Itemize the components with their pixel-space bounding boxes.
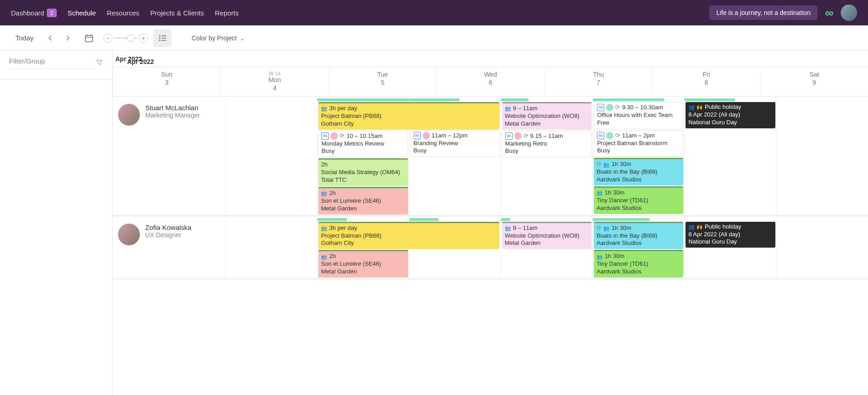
calendar-event[interactable]: 9 – 11am Website Optimization (WO8) Meta… (502, 102, 592, 130)
day-cell[interactable]: ⟳9.30 – 10.30am Office Hours with Exec T… (592, 101, 684, 215)
day-cell[interactable] (776, 101, 868, 215)
day-column-header: W 14Mon4 (221, 67, 329, 96)
calendar-event[interactable]: 1h 30m Tiny Dancer (TD61) Aardvark Studi… (594, 250, 683, 278)
chevron-right-icon (66, 35, 70, 41)
filter-icon[interactable] (96, 59, 103, 68)
chevron-left-icon (48, 35, 52, 41)
nav-reports[interactable]: Reports (215, 9, 239, 17)
day-column-header: Wed6 (436, 67, 544, 96)
capacity-bar (225, 216, 868, 221)
person-avatar (118, 224, 140, 245)
people-icon (603, 225, 610, 231)
calendar-event[interactable]: 2h Social Media Strategy (OM64) Total TT… (318, 158, 408, 186)
zoom-slider[interactable] (114, 38, 137, 39)
today-button[interactable]: Today (11, 31, 38, 44)
person-cell[interactable]: Stuart McLachlan Marketing Manager (113, 97, 225, 216)
calendar-event[interactable]: 3h per day Project Batman (PB68) Gotham … (318, 102, 499, 130)
capacity-bar (225, 97, 868, 101)
filter-input[interactable]: Filter/Group (9, 57, 96, 69)
color-by-label: Color by Project (192, 34, 237, 42)
calendar-icon (84, 34, 94, 43)
people-icon (505, 225, 511, 231)
next-arrow-button[interactable] (62, 32, 74, 44)
calendar-event[interactable]: ⟳10 – 10.15am Monday Metrics Review Busy (318, 131, 408, 158)
list-view-button[interactable] (153, 29, 172, 47)
zoom-out-button[interactable]: − (104, 34, 113, 43)
people-icon (321, 190, 327, 196)
sidebar: Apr 2022 Filter/Group (0, 51, 113, 395)
calendar-event[interactable]: 1h 30m Tiny Dancer (TD61) Aardvark Studi… (594, 186, 683, 214)
month-heading: Apr 2022 (113, 51, 868, 67)
recurring-icon: ⟳ (615, 104, 620, 112)
calendar-event[interactable]: ⟳1h 30m Boats in the Bay (BI89) Aardvark… (594, 158, 683, 185)
calendar-event[interactable]: 2h Son et Lumière (SE46) Metal Garden (318, 187, 408, 215)
calendar-event[interactable]: 3h per day Project Batman (PB68) Gotham … (318, 222, 499, 249)
status-dot-icon (423, 132, 430, 139)
calendar-event[interactable]: Public holiday 8 Apr 2022 (All day) Nati… (686, 222, 775, 248)
zoom-control: − + (104, 34, 148, 43)
day-column-header: Tue5 (328, 67, 436, 96)
prev-arrow-button[interactable] (44, 32, 56, 44)
calendar-event[interactable]: 9 – 11am Website Optimization (WO8) Meta… (502, 222, 592, 249)
gcal-icon (597, 132, 604, 139)
status-dot-icon (606, 104, 613, 111)
status-dot-icon (606, 132, 613, 139)
topbar: Dashboard 2 Schedule Resources Projects … (0, 0, 868, 25)
day-cell[interactable] (225, 221, 317, 278)
quote-banner: Life is a journey, not a destination (709, 5, 818, 20)
svg-rect-0 (85, 35, 93, 42)
people-icon (597, 254, 603, 260)
svg-point-4 (159, 35, 161, 36)
calendar-event[interactable]: ⟳1h 30m Boats in the Bay (BI89) Aardvark… (594, 222, 683, 249)
gcal-icon (321, 132, 329, 140)
day-cell[interactable]: 3h per day Project Batman (PB68) Gotham … (317, 221, 409, 278)
zoom-thumb[interactable] (127, 34, 134, 42)
calendar-event[interactable]: ⟳9.15 – 11am Marketing Retro Busy (502, 131, 592, 158)
day-cell[interactable]: Public holiday 8 Apr 2022 (All day) Nati… (684, 101, 776, 215)
day-cell[interactable]: ⟳1h 30m Boats in the Bay (BI89) Aardvark… (592, 221, 684, 278)
day-cell[interactable]: 9 – 11am Website Optimization (WO8) Meta… (501, 221, 592, 278)
recurring-icon: ⟳ (597, 161, 602, 168)
person-name: Stuart McLachlan (145, 104, 200, 112)
day-cell[interactable]: 9 – 11am Website Optimization (WO8) Meta… (501, 101, 592, 215)
calendar-event[interactable]: 11am – 12pm Branding Review Busy (410, 130, 500, 157)
people-icon (321, 225, 327, 231)
zoom-in-button[interactable]: + (139, 34, 148, 43)
day-cell[interactable] (225, 101, 317, 215)
nav-right: Life is a journey, not a destination ∞ (709, 5, 857, 21)
chevron-down-icon (240, 34, 245, 42)
svg-point-6 (159, 37, 161, 39)
nav-dashboard[interactable]: Dashboard 2 (11, 9, 57, 17)
day-cell[interactable] (776, 221, 868, 278)
gcal-icon (597, 104, 604, 111)
color-by-dropdown[interactable]: Color by Project (192, 34, 245, 42)
calendar-event[interactable]: 2h Son et Lumière (SE46) Metal Garden (318, 250, 408, 278)
event-grid: 3h per day Project Batman (PB68) Gotham … (225, 221, 868, 279)
recurring-icon: ⟳ (597, 224, 602, 232)
nav-schedule[interactable]: Schedule (68, 9, 96, 17)
toolbar: Today − + Color by Project (0, 25, 868, 51)
people-icon (321, 105, 327, 112)
day-header-row: Sun3W 14Mon4Tue5Wed6Thu7Fri8Sat9 (113, 67, 868, 97)
person-cell[interactable]: Zofia Kowalska UX Designer (113, 216, 225, 279)
infinity-icon[interactable]: ∞ (825, 6, 833, 20)
people-icon (688, 104, 695, 110)
calendar-event[interactable]: ⟳9.30 – 10.30am Office Hours with Exec T… (594, 102, 683, 129)
day-column-header: Sat9 (760, 67, 868, 96)
calendar-picker-button[interactable] (80, 29, 98, 47)
people-icon (597, 190, 603, 196)
day-cell[interactable]: Public holiday 8 Apr 2022 (All day) Nati… (684, 221, 776, 278)
celebrate-icon (696, 104, 703, 110)
nav-resources[interactable]: Resources (107, 9, 139, 17)
user-avatar[interactable] (841, 5, 857, 21)
day-column-header: Thu7 (544, 67, 652, 96)
celebrate-icon (696, 224, 703, 230)
nav-badge: 2 (47, 9, 56, 17)
list-icon (158, 34, 167, 42)
people-icon (321, 254, 327, 260)
nav-projects[interactable]: Projects & Clients (150, 9, 204, 17)
day-cell[interactable]: 3h per day Project Batman (PB68) Gotham … (317, 101, 409, 215)
calendar-event[interactable]: Public holiday 8 Apr 2022 (All day) Nati… (686, 102, 775, 128)
gcal-icon (505, 132, 513, 140)
calendar-event[interactable]: ⟳11am – 2pm Project Batman Brainstorm Bu… (594, 130, 683, 157)
